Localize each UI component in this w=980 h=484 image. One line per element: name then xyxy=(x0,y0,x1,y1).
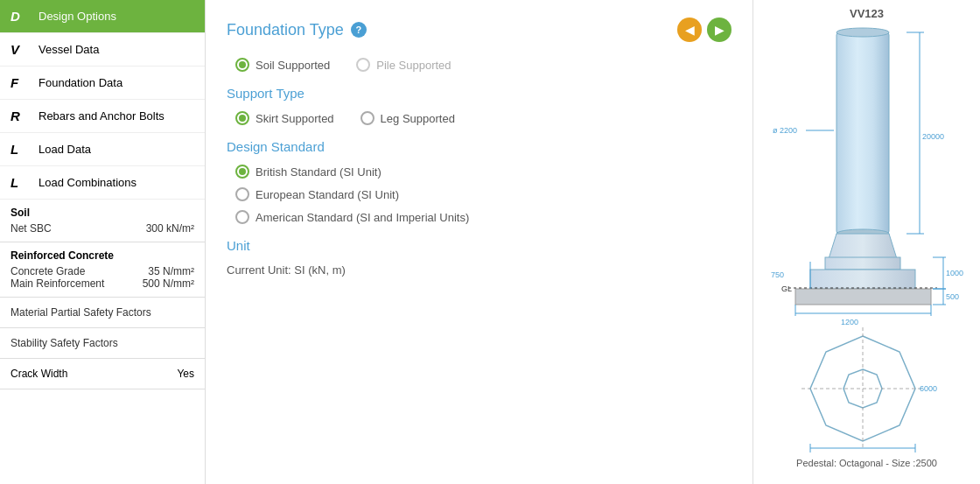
svg-rect-4 xyxy=(825,257,900,270)
diagram-caption: Pedestal: Octagonal - Size :2500 xyxy=(796,458,937,468)
sidebar-net-sbc-value: 300 kN/m² xyxy=(146,222,194,235)
diagram-svg: GL ø 2200 20000 750 1000 1200 500 xyxy=(762,25,972,454)
foundation-type-options: Soil Supported Pile Supported xyxy=(227,58,732,72)
sidebar-rc-section: Reinforced Concrete Concrete Grade 35 N/… xyxy=(0,242,205,298)
radio-skirt-supported-circle xyxy=(235,111,249,125)
sidebar-item-vessel-data[interactable]: V Vessel Data xyxy=(0,33,205,67)
radio-british-standard[interactable]: British Standard (SI Unit) xyxy=(235,165,732,179)
sidebar-item-foundation-data[interactable]: F Foundation Data xyxy=(0,67,205,100)
nav-left-button[interactable]: ◀ xyxy=(677,18,702,42)
diagram-title: VV123 xyxy=(850,7,884,20)
sidebar-letter-f: F xyxy=(10,75,30,90)
radio-leg-supported-circle xyxy=(360,111,374,125)
radio-european-label: European Standard (SI Unit) xyxy=(256,188,399,201)
sidebar-main-reinforcement-row: Main Reinforcement 500 N/mm² xyxy=(10,277,194,290)
sidebar-label-rebars: Rebars and Anchor Bolts xyxy=(38,109,164,123)
sidebar-rc-title: Reinforced Concrete xyxy=(10,249,194,262)
sidebar-label-vessel-data: Vessel Data xyxy=(38,43,99,56)
svg-rect-6 xyxy=(795,289,931,305)
sidebar-crack-width: Crack Width Yes xyxy=(0,359,205,389)
sidebar-crack-width-label: Crack Width xyxy=(10,368,67,380)
support-type-options: Skirt Supported Leg Supported xyxy=(227,111,732,125)
sidebar-soil-row: Net SBC 300 kN/m² xyxy=(10,222,194,235)
sidebar: D Design Options V Vessel Data F Foundat… xyxy=(0,0,206,484)
foundation-type-title: Foundation Type ? xyxy=(227,21,367,39)
radio-british-circle xyxy=(235,165,249,179)
radio-leg-supported-label: Leg Supported xyxy=(381,112,455,125)
svg-rect-5 xyxy=(810,270,915,289)
svg-text:6000: 6000 xyxy=(920,384,937,393)
radio-leg-supported[interactable]: Leg Supported xyxy=(360,111,455,125)
radio-pile-supported-circle xyxy=(356,58,370,72)
svg-text:GL: GL xyxy=(781,284,792,293)
foundation-type-label: Foundation Type xyxy=(227,21,344,39)
sidebar-letter-l1: L xyxy=(10,142,30,157)
radio-soil-supported-label: Soil Supported xyxy=(256,59,330,72)
current-unit: Current Unit: SI (kN, m) xyxy=(227,263,732,277)
svg-text:500: 500 xyxy=(946,292,959,301)
unit-title: Unit xyxy=(227,238,732,253)
sidebar-concrete-grade-value: 35 N/mm² xyxy=(148,265,194,277)
radio-skirt-supported[interactable]: Skirt Supported xyxy=(235,111,334,125)
help-icon[interactable]: ? xyxy=(351,22,367,38)
radio-british-label: British Standard (SI Unit) xyxy=(256,165,382,179)
sidebar-item-rebars[interactable]: R Rebars and Anchor Bolts xyxy=(0,100,205,133)
design-standard-options: British Standard (SI Unit) European Stan… xyxy=(227,165,732,224)
radio-pile-supported-label: Pile Supported xyxy=(376,59,451,72)
sidebar-concrete-grade-row: Concrete Grade 35 N/mm² xyxy=(10,265,194,277)
sidebar-label-load-data: Load Data xyxy=(38,143,91,156)
svg-point-2 xyxy=(836,28,889,37)
radio-european-circle xyxy=(235,187,249,201)
support-type-title: Support Type xyxy=(227,86,732,101)
svg-text:1000: 1000 xyxy=(946,269,963,277)
sidebar-item-load-combinations[interactable]: L Load Combinations xyxy=(0,166,205,200)
sidebar-item-load-data[interactable]: L Load Data xyxy=(0,133,205,166)
sidebar-soil-title: Soil xyxy=(10,207,194,219)
svg-text:1200: 1200 xyxy=(841,318,858,326)
radio-american-circle xyxy=(235,210,249,224)
sidebar-label-design-options: Design Options xyxy=(38,10,116,23)
main-content: Foundation Type ? ◀ ▶ Soil Supported Pil… xyxy=(206,0,752,484)
sidebar-main-reinforcement-value: 500 N/mm² xyxy=(143,277,194,290)
sidebar-item-design-options[interactable]: D Design Options xyxy=(0,0,205,33)
radio-skirt-supported-label: Skirt Supported xyxy=(256,112,334,125)
sidebar-material-partial[interactable]: Material Partial Safety Factors xyxy=(0,298,205,328)
sidebar-concrete-grade-label: Concrete Grade xyxy=(10,265,85,277)
radio-american-label: American Standard (SI and Imperial Units… xyxy=(256,211,469,224)
svg-text:20000: 20000 xyxy=(922,132,944,141)
sidebar-soil-section: Soil Net SBC 300 kN/m² xyxy=(0,200,205,242)
sidebar-letter-l2: L xyxy=(10,175,30,190)
svg-rect-1 xyxy=(836,32,889,234)
radio-soil-supported[interactable]: Soil Supported xyxy=(235,58,330,72)
svg-text:ø 2200: ø 2200 xyxy=(773,126,797,135)
sidebar-net-sbc-label: Net SBC xyxy=(10,222,52,235)
sidebar-letter-v: V xyxy=(10,42,30,57)
svg-text:750: 750 xyxy=(771,270,784,279)
sidebar-main-reinforcement-label: Main Reinforcement xyxy=(10,277,104,290)
nav-arrows: ◀ ▶ xyxy=(677,18,732,42)
sidebar-letter-r: R xyxy=(10,109,30,123)
sidebar-label-foundation-data: Foundation Data xyxy=(38,76,122,89)
sidebar-crack-width-value: Yes xyxy=(177,368,194,380)
sidebar-label-load-combinations: Load Combinations xyxy=(38,176,136,189)
radio-american-standard[interactable]: American Standard (SI and Imperial Units… xyxy=(235,210,732,224)
radio-european-standard[interactable]: European Standard (SI Unit) xyxy=(235,187,732,201)
nav-right-button[interactable]: ▶ xyxy=(707,18,732,42)
design-standard-title: Design Standard xyxy=(227,139,732,154)
sidebar-stability[interactable]: Stability Safety Factors xyxy=(0,328,205,359)
diagram-panel: VV123 xyxy=(752,0,980,484)
radio-soil-supported-circle xyxy=(235,58,249,72)
radio-pile-supported[interactable]: Pile Supported xyxy=(356,58,451,72)
foundation-header: Foundation Type ? ◀ ▶ xyxy=(227,18,732,42)
sidebar-letter-d: D xyxy=(10,9,30,24)
